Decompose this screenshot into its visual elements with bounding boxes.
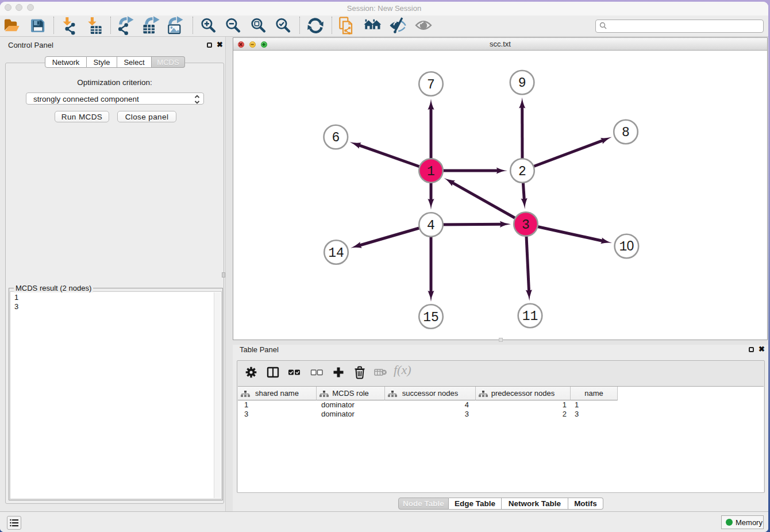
svg-text:11: 11	[522, 309, 538, 324]
svg-text:14: 14	[328, 246, 344, 261]
svg-text:15: 15	[423, 310, 439, 325]
svg-text:2: 2	[518, 164, 526, 179]
svg-text:3: 3	[522, 218, 530, 233]
svg-text:7: 7	[427, 78, 435, 92]
svg-text:10: 10	[619, 238, 634, 255]
svg-text:1: 1	[427, 164, 435, 179]
svg-text:9: 9	[518, 76, 526, 91]
svg-text:8: 8	[622, 125, 630, 140]
svg-text:6: 6	[332, 130, 340, 145]
svg-text:4: 4	[427, 218, 435, 233]
